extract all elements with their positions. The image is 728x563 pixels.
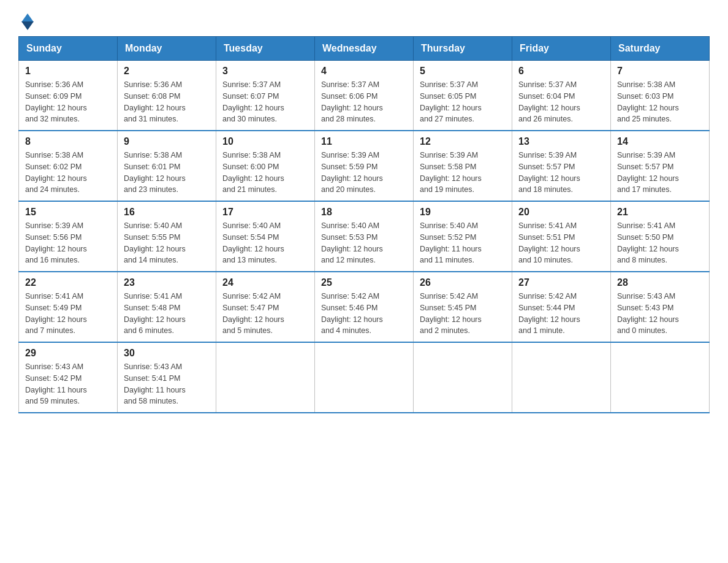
- weekday-header-thursday: Thursday: [414, 37, 512, 61]
- day-number: 29: [25, 348, 111, 359]
- day-info: Sunrise: 5:40 AMSunset: 5:54 PMDaylight:…: [222, 220, 308, 266]
- day-number: 24: [222, 277, 308, 288]
- calendar-table: SundayMondayTuesdayWednesdayThursdayFrid…: [18, 36, 710, 413]
- day-info: Sunrise: 5:39 AMSunset: 5:57 PMDaylight:…: [617, 150, 703, 196]
- day-info: Sunrise: 5:36 AMSunset: 6:09 PMDaylight:…: [25, 79, 111, 125]
- calendar-cell: 15Sunrise: 5:39 AMSunset: 5:56 PMDayligh…: [19, 201, 118, 272]
- calendar-cell: 24Sunrise: 5:42 AMSunset: 5:47 PMDayligh…: [216, 272, 315, 342]
- day-number: 26: [420, 277, 506, 288]
- weekday-header-friday: Friday: [512, 37, 611, 61]
- day-number: 14: [617, 136, 703, 147]
- week-row-1: 1Sunrise: 5:36 AMSunset: 6:09 PMDaylight…: [19, 61, 710, 131]
- calendar-cell: 21Sunrise: 5:41 AMSunset: 5:50 PMDayligh…: [611, 201, 710, 272]
- calendar-cell: 6Sunrise: 5:37 AMSunset: 6:04 PMDaylight…: [512, 61, 611, 131]
- calendar-cell: 18Sunrise: 5:40 AMSunset: 5:53 PMDayligh…: [315, 201, 414, 272]
- day-number: 27: [518, 277, 604, 288]
- day-number: 15: [25, 207, 111, 218]
- week-row-5: 29Sunrise: 5:43 AMSunset: 5:42 PMDayligh…: [19, 342, 710, 413]
- calendar-cell: 19Sunrise: 5:40 AMSunset: 5:52 PMDayligh…: [414, 201, 512, 272]
- day-info: Sunrise: 5:42 AMSunset: 5:47 PMDaylight:…: [222, 291, 308, 337]
- day-number: 30: [124, 348, 210, 359]
- day-number: 3: [222, 66, 308, 77]
- day-info: Sunrise: 5:40 AMSunset: 5:53 PMDaylight:…: [321, 220, 407, 266]
- calendar-cell: 5Sunrise: 5:37 AMSunset: 6:05 PMDaylight…: [414, 61, 512, 131]
- calendar-cell: 17Sunrise: 5:40 AMSunset: 5:54 PMDayligh…: [216, 201, 315, 272]
- day-number: 6: [518, 66, 604, 77]
- calendar-cell: [512, 342, 611, 413]
- day-number: 1: [25, 66, 111, 77]
- day-info: Sunrise: 5:39 AMSunset: 5:57 PMDaylight:…: [518, 150, 604, 196]
- calendar-cell: 1Sunrise: 5:36 AMSunset: 6:09 PMDaylight…: [19, 61, 118, 131]
- calendar-cell: 22Sunrise: 5:41 AMSunset: 5:49 PMDayligh…: [19, 272, 118, 342]
- day-number: 23: [124, 277, 210, 288]
- day-info: Sunrise: 5:36 AMSunset: 6:08 PMDaylight:…: [124, 79, 210, 125]
- calendar-cell: 8Sunrise: 5:38 AMSunset: 6:02 PMDaylight…: [19, 131, 118, 201]
- week-row-4: 22Sunrise: 5:41 AMSunset: 5:49 PMDayligh…: [19, 272, 710, 342]
- calendar-cell: 2Sunrise: 5:36 AMSunset: 6:08 PMDaylight…: [118, 61, 216, 131]
- day-number: 10: [222, 136, 308, 147]
- day-info: Sunrise: 5:41 AMSunset: 5:48 PMDaylight:…: [124, 291, 210, 337]
- calendar-cell: 26Sunrise: 5:42 AMSunset: 5:45 PMDayligh…: [414, 272, 512, 342]
- day-info: Sunrise: 5:42 AMSunset: 5:44 PMDaylight:…: [518, 291, 604, 337]
- calendar-cell: 27Sunrise: 5:42 AMSunset: 5:44 PMDayligh…: [512, 272, 611, 342]
- weekday-header-monday: Monday: [118, 37, 216, 61]
- day-number: 17: [222, 207, 308, 218]
- day-info: Sunrise: 5:38 AMSunset: 6:01 PMDaylight:…: [124, 150, 210, 196]
- day-info: Sunrise: 5:42 AMSunset: 5:46 PMDaylight:…: [321, 291, 407, 337]
- week-row-2: 8Sunrise: 5:38 AMSunset: 6:02 PMDaylight…: [19, 131, 710, 201]
- day-info: Sunrise: 5:38 AMSunset: 6:03 PMDaylight:…: [617, 79, 703, 125]
- calendar-cell: 20Sunrise: 5:41 AMSunset: 5:51 PMDayligh…: [512, 201, 611, 272]
- calendar-cell: 14Sunrise: 5:39 AMSunset: 5:57 PMDayligh…: [611, 131, 710, 201]
- day-info: Sunrise: 5:42 AMSunset: 5:45 PMDaylight:…: [420, 291, 506, 337]
- calendar-cell: [414, 342, 512, 413]
- day-info: Sunrise: 5:43 AMSunset: 5:41 PMDaylight:…: [124, 361, 210, 407]
- weekday-header-wednesday: Wednesday: [315, 37, 414, 61]
- calendar-cell: 16Sunrise: 5:40 AMSunset: 5:55 PMDayligh…: [118, 201, 216, 272]
- calendar-cell: 7Sunrise: 5:38 AMSunset: 6:03 PMDaylight…: [611, 61, 710, 131]
- weekday-header-tuesday: Tuesday: [216, 37, 315, 61]
- day-number: 7: [617, 66, 703, 77]
- calendar-cell: 9Sunrise: 5:38 AMSunset: 6:01 PMDaylight…: [118, 131, 216, 201]
- day-info: Sunrise: 5:41 AMSunset: 5:49 PMDaylight:…: [25, 291, 111, 337]
- day-number: 21: [617, 207, 703, 218]
- calendar-cell: [315, 342, 414, 413]
- day-number: 9: [124, 136, 210, 147]
- weekday-header-saturday: Saturday: [611, 37, 710, 61]
- calendar-cell: 28Sunrise: 5:43 AMSunset: 5:43 PMDayligh…: [611, 272, 710, 342]
- calendar-cell: 29Sunrise: 5:43 AMSunset: 5:42 PMDayligh…: [19, 342, 118, 413]
- week-row-3: 15Sunrise: 5:39 AMSunset: 5:56 PMDayligh…: [19, 201, 710, 272]
- calendar-cell: 23Sunrise: 5:41 AMSunset: 5:48 PMDayligh…: [118, 272, 216, 342]
- day-info: Sunrise: 5:37 AMSunset: 6:06 PMDaylight:…: [321, 79, 407, 125]
- day-number: 8: [25, 136, 111, 147]
- calendar-cell: 13Sunrise: 5:39 AMSunset: 5:57 PMDayligh…: [512, 131, 611, 201]
- day-number: 12: [420, 136, 506, 147]
- day-number: 5: [420, 66, 506, 77]
- day-number: 13: [518, 136, 604, 147]
- day-info: Sunrise: 5:38 AMSunset: 6:00 PMDaylight:…: [222, 150, 308, 196]
- day-info: Sunrise: 5:41 AMSunset: 5:50 PMDaylight:…: [617, 220, 703, 266]
- calendar-cell: [611, 342, 710, 413]
- calendar-cell: 11Sunrise: 5:39 AMSunset: 5:59 PMDayligh…: [315, 131, 414, 201]
- day-info: Sunrise: 5:40 AMSunset: 5:55 PMDaylight:…: [124, 220, 210, 266]
- day-info: Sunrise: 5:37 AMSunset: 6:07 PMDaylight:…: [222, 79, 308, 125]
- day-info: Sunrise: 5:40 AMSunset: 5:52 PMDaylight:…: [420, 220, 506, 266]
- day-number: 4: [321, 66, 407, 77]
- logo: [18, 12, 34, 30]
- day-info: Sunrise: 5:37 AMSunset: 6:05 PMDaylight:…: [420, 79, 506, 125]
- day-number: 11: [321, 136, 407, 147]
- calendar-cell: 4Sunrise: 5:37 AMSunset: 6:06 PMDaylight…: [315, 61, 414, 131]
- day-number: 18: [321, 207, 407, 218]
- day-number: 25: [321, 277, 407, 288]
- day-number: 2: [124, 66, 210, 77]
- calendar-cell: 12Sunrise: 5:39 AMSunset: 5:58 PMDayligh…: [414, 131, 512, 201]
- page-header: [18, 12, 710, 30]
- calendar-cell: 3Sunrise: 5:37 AMSunset: 6:07 PMDaylight…: [216, 61, 315, 131]
- day-number: 19: [420, 207, 506, 218]
- day-number: 22: [25, 277, 111, 288]
- day-info: Sunrise: 5:39 AMSunset: 5:56 PMDaylight:…: [25, 220, 111, 266]
- calendar-cell: 30Sunrise: 5:43 AMSunset: 5:41 PMDayligh…: [118, 342, 216, 413]
- calendar-cell: [216, 342, 315, 413]
- day-number: 16: [124, 207, 210, 218]
- calendar-cell: 10Sunrise: 5:38 AMSunset: 6:00 PMDayligh…: [216, 131, 315, 201]
- day-number: 20: [518, 207, 604, 218]
